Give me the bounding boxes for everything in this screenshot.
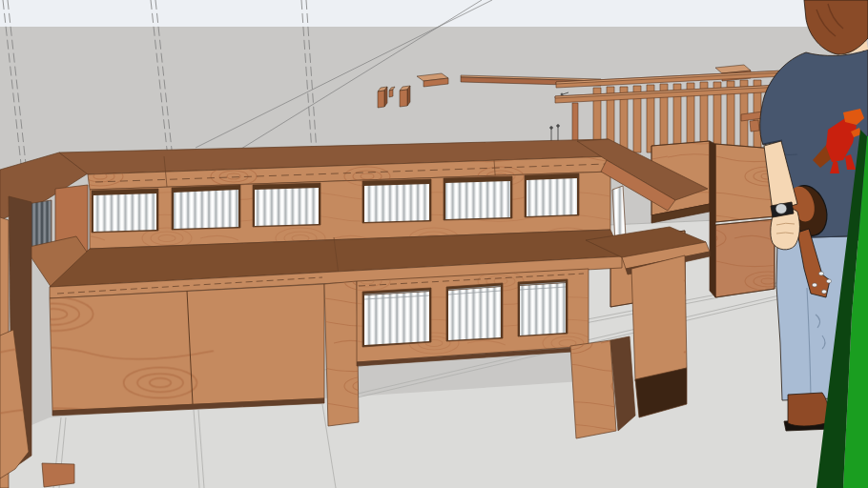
small-block-3: [400, 86, 410, 107]
sky: [0, 0, 868, 27]
panel-gap-shadow: [710, 141, 715, 297]
viewport[interactable]: [0, 0, 868, 488]
small-block-1: [378, 87, 387, 108]
left-foot-block: [42, 463, 74, 487]
viewport-canvas[interactable]: [0, 0, 868, 488]
